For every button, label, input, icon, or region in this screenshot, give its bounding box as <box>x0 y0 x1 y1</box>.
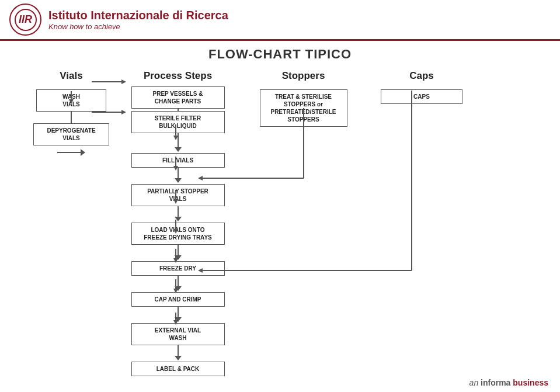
box-depyrogenate-vials: DEPYROGENATE VIALS <box>33 123 109 145</box>
page-title: FLOW-CHART TIPICO <box>18 47 542 62</box>
box-cap-and-crimp: CAP AND CRIMP <box>131 292 225 307</box>
box-sterile-filter: STERILE FILTER BULK LIQUID <box>131 111 225 133</box>
logo-circle: IIR <box>9 4 41 36</box>
footer: an informa business <box>469 378 548 387</box>
vials-column: WASH VIALS DEPYROGENATE VIALS <box>26 86 117 390</box>
box-prep-vessels: PREP VESSELS & CHANGE PARTS <box>131 86 225 109</box>
footer-an: an <box>469 378 479 387</box>
col-header-vials: Vials <box>60 70 82 81</box>
box-caps: CAPS <box>381 89 462 104</box>
box-wash-vials: WASH VIALS <box>36 89 106 112</box>
box-freeze-dry: FREEZE DRY <box>131 261 225 276</box>
header-subtitle: Know how to achieve <box>48 22 228 31</box>
caps-column: CAPS <box>368 86 476 390</box>
main-content: FLOW-CHART TIPICO Vials Process Steps St… <box>0 41 560 392</box>
footer-informa: informa <box>481 378 510 387</box>
col-header-stoppers: Stoppers <box>282 70 325 81</box>
box-external-vial-wash: EXTERNAL VIAL WASH <box>131 323 225 345</box>
box-label-pack: LABEL & PACK <box>131 362 225 376</box>
header: IIR Istituto Internazionale di Ricerca K… <box>0 0 560 41</box>
box-fill-vials: FILL VIALS <box>131 153 225 168</box>
stoppers-column: TREAT & STERILISE STOPPERS or PRETREATED… <box>239 86 368 390</box>
box-load-vials: LOAD VIALS ONTO FREEZE DRYING TRAYS <box>131 223 225 245</box>
process-column: PREP VESSELS & CHANGE PARTS STERILE FILT… <box>117 86 239 390</box>
box-treat-sterilise: TREAT & STERILISE STOPPERS or PRETREATED… <box>260 89 347 127</box>
header-text-block: Istituto Internazionale di Ricerca Know … <box>48 9 228 31</box>
header-title: Istituto Internazionale di Ricerca <box>48 9 228 22</box>
col-header-process: Process Steps <box>144 70 212 81</box>
footer-business: business <box>513 378 548 387</box>
col-header-caps: Caps <box>409 70 434 81</box>
box-partially-stopper: PARTIALLY STOPPER VIALS <box>131 184 225 206</box>
logo-inner: IIR <box>15 9 37 31</box>
